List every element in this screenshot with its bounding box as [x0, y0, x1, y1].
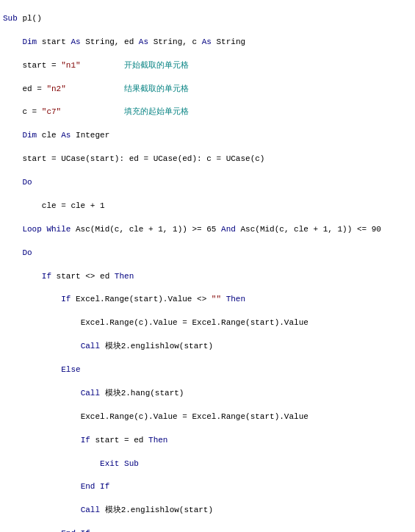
code-line: End If [3, 481, 412, 493]
code-line: Excel.Range(c).Value = Excel.Range(start… [3, 411, 412, 423]
code-line: ed = "n2" 结果截取的单元格 [3, 84, 412, 96]
code-line: Call 模块2.englishlow(start) [3, 341, 412, 353]
code-line: End If [3, 528, 412, 532]
code-line: Dim start As String, ed As String, c As … [3, 37, 412, 48]
code-line: c = "c7" 填充的起始单元格 [3, 107, 412, 118]
code-line: If Excel.Range(start).Value <> "" Then [3, 294, 412, 306]
code-line: Do [3, 177, 412, 189]
code-line: If start <> ed Then [3, 271, 412, 283]
code-line: Sub pl() [3, 13, 412, 25]
code-line: start = "n1" 开始截取的单元格 [3, 60, 412, 72]
code-line: If start = ed Then [3, 435, 412, 447]
code-line: Call 模块2.hang(start) [3, 388, 412, 400]
code-line: start = UCase(start): ed = UCase(ed): c … [3, 154, 412, 165]
code-line: Dim cle As Integer [3, 130, 412, 142]
code-editor: Sub pl() Dim start As String, ed As Stri… [0, 0, 415, 532]
code-line: Call 模块2.englishlow(start) [3, 505, 412, 517]
code-line: Else [3, 364, 412, 376]
code-line: Loop While Asc(Mid(c, cle + 1, 1)) >= 65… [3, 224, 412, 236]
code-line: Excel.Range(c).Value = Excel.Range(start… [3, 317, 412, 329]
code-line: Do [3, 248, 412, 259]
code-line: cle = cle + 1 [3, 201, 412, 212]
code-line: Exit Sub [3, 459, 412, 470]
